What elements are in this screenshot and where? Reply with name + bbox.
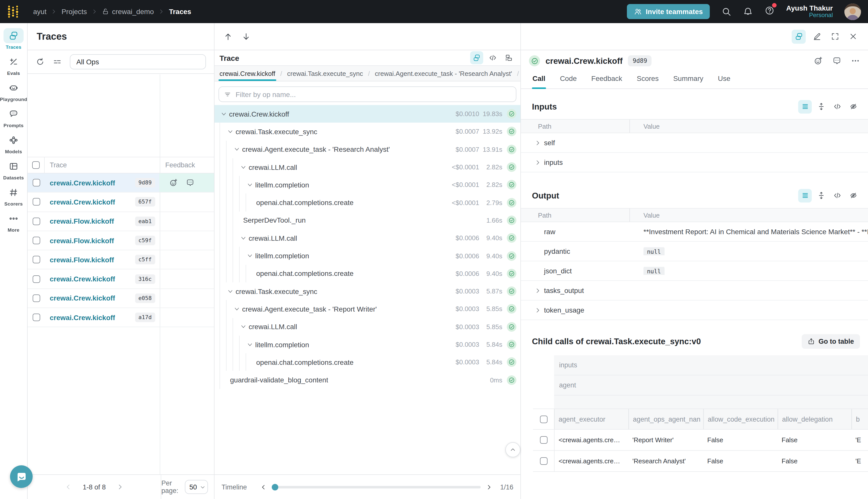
table-row[interactable]: <crewai.agents.cre…'Report Writer'FalseF… (533, 430, 868, 451)
scroll-to-top-button[interactable] (505, 442, 520, 457)
trace-row[interactable]: crewai.Crew.kickoff a17d (28, 308, 214, 327)
sidebar-item-models[interactable]: Models (1, 133, 26, 154)
caret-down-icon[interactable] (233, 146, 241, 152)
caret-down-icon[interactable] (239, 235, 248, 241)
trace-row[interactable]: crewai.Crew.kickoff 9d89 (28, 173, 214, 193)
ops-filter-select[interactable]: All Ops (70, 54, 206, 69)
op-filter-input[interactable] (236, 90, 511, 98)
timeline-handle[interactable] (272, 484, 278, 490)
row-checkbox[interactable] (33, 314, 40, 321)
call-breadcrumb-tab[interactable]: crewai.Agent.execute_task - 'Research An… (374, 66, 513, 81)
avatar[interactable] (844, 3, 861, 20)
timeline-next-icon[interactable] (485, 484, 492, 490)
call-tree-row[interactable]: crewai.LLM.call $0.0006 9.40s (214, 229, 520, 247)
code-view-button[interactable] (486, 51, 499, 64)
trace-row[interactable]: crewai.Crew.kickoff 316c (28, 270, 214, 289)
hide-values-button[interactable] (846, 100, 860, 113)
trace-link[interactable]: crewai.Crew.kickoff (50, 313, 115, 321)
list-view-button[interactable] (798, 189, 812, 202)
caret-down-icon[interactable] (246, 253, 254, 259)
expand-rows-button[interactable] (814, 100, 828, 113)
select-all-checkbox[interactable] (540, 415, 547, 423)
user-menu[interactable]: Ayush Thakur Personal (786, 4, 833, 19)
wandb-logo-icon[interactable] (7, 5, 19, 18)
row-checkbox[interactable] (33, 237, 40, 244)
fullscreen-button[interactable] (828, 29, 842, 44)
sidebar-item-more[interactable]: More (1, 211, 26, 233)
select-all-checkbox[interactable] (32, 161, 40, 169)
chevron-right-icon[interactable] (531, 307, 544, 313)
chevron-right-icon[interactable] (531, 287, 544, 294)
caret-down-icon[interactable] (246, 341, 254, 348)
search-icon[interactable] (721, 7, 731, 16)
trace-row[interactable]: crewai.Crew.kickoff e058 (28, 289, 214, 308)
caret-down-icon[interactable] (239, 164, 248, 170)
call-tree-row[interactable]: litellm.completion <$0.0001 2.82s (214, 176, 520, 194)
trace-row[interactable]: crewai.Crew.kickoff 657f (28, 193, 214, 212)
expand-rows-button[interactable] (814, 189, 828, 202)
edit-button[interactable] (810, 29, 824, 44)
support-chat-button[interactable] (10, 465, 33, 488)
refresh-icon[interactable] (36, 57, 45, 66)
column-settings-icon[interactable] (53, 57, 62, 66)
add-note-icon[interactable] (186, 179, 195, 187)
next-trace-icon[interactable] (241, 32, 251, 41)
code-view-button[interactable] (830, 189, 844, 202)
call-breadcrumb-tab[interactable]: crewai.Task.execute_sync (286, 66, 364, 81)
caret-down-icon[interactable] (226, 129, 235, 135)
call-tree-row[interactable]: crewai.Agent.execute_task - 'Research An… (214, 141, 520, 158)
call-tree-row[interactable]: crewai.Task.execute_sync $0.0007 13.92s (214, 123, 520, 141)
sidebar-item-scorers[interactable]: Scorers (1, 185, 26, 207)
invite-teammates-button[interactable]: Invite teammates (627, 4, 710, 19)
data-row[interactable]: self (521, 133, 868, 153)
trace-link[interactable]: crewai.Flow.kickoff (50, 217, 114, 225)
column-header[interactable]: b (852, 409, 868, 429)
tab-call[interactable]: Call (532, 71, 546, 89)
more-menu-icon[interactable] (851, 56, 860, 65)
call-tree-row[interactable]: crewai.Agent.execute_task - 'Report Writ… (214, 300, 520, 318)
call-tree-row[interactable]: openai.chat.completions.create $0.0003 5… (214, 353, 520, 371)
trace-link[interactable]: crewai.Flow.kickoff (50, 236, 114, 244)
help-button[interactable] (765, 5, 774, 17)
previous-trace-icon[interactable] (224, 32, 233, 41)
column-header[interactable]: agent_ops_agent_nan (629, 409, 703, 429)
tab-scores[interactable]: Scores (636, 71, 659, 89)
code-view-button[interactable] (830, 100, 844, 113)
data-row[interactable]: json_dict null (521, 261, 868, 281)
call-tree-row[interactable]: crewai.LLM.call $0.0003 5.85s (214, 318, 520, 336)
column-header[interactable]: allow_code_execution (703, 409, 778, 429)
row-checkbox[interactable] (33, 217, 40, 225)
trace-link[interactable]: crewai.Crew.kickoff (50, 294, 115, 302)
column-header[interactable]: agent_executor (554, 409, 629, 429)
row-checkbox[interactable] (540, 436, 547, 444)
sidebar-item-evals[interactable]: Evals (1, 54, 26, 76)
close-panel-button[interactable] (846, 29, 860, 44)
trace-view-toggle-button[interactable] (792, 29, 806, 44)
row-checkbox[interactable] (540, 457, 547, 465)
caret-down-icon[interactable] (220, 111, 228, 117)
list-view-button[interactable] (798, 100, 812, 113)
call-tree-row[interactable]: guardrail-validate_blog_content 0ms (214, 371, 520, 389)
row-checkbox[interactable] (33, 275, 40, 283)
sidebar-item-prompts[interactable]: Prompts (1, 107, 26, 128)
call-tree-row[interactable]: openai.chat.completions.create <$0.0001 … (214, 194, 520, 211)
trace-link[interactable]: crewai.Crew.kickoff (50, 275, 115, 283)
call-tree-row[interactable]: crewai.Crew.kickoff $0.0010 19.83s (214, 105, 520, 123)
call-tree-row[interactable]: crewai.Task.execute_sync $0.0003 5.87s (214, 282, 520, 300)
data-row[interactable]: tasks_output (521, 281, 868, 301)
prev-page-icon[interactable] (64, 484, 72, 490)
caret-down-icon[interactable] (246, 182, 254, 188)
tab-code[interactable]: Code (559, 71, 577, 89)
sidebar-item-datasets[interactable]: Datasets (1, 159, 26, 180)
sidebar-item-traces[interactable]: Traces (1, 28, 26, 50)
call-tree-row[interactable]: SerperDevTool._run 1.66s (214, 211, 520, 229)
timeline-prev-icon[interactable] (260, 484, 266, 490)
caret-down-icon[interactable] (239, 324, 248, 330)
trace-row[interactable]: crewai.Flow.kickoff c59f (28, 231, 214, 251)
add-reaction-icon[interactable] (169, 179, 178, 187)
breadcrumb-entity[interactable]: ayut (33, 8, 47, 15)
breadcrumb-page[interactable]: Traces (169, 8, 191, 15)
next-page-icon[interactable] (117, 484, 124, 490)
call-tree-row[interactable]: litellm.completion $0.0006 9.40s (214, 247, 520, 265)
per-page-select[interactable]: 50 (185, 480, 208, 494)
